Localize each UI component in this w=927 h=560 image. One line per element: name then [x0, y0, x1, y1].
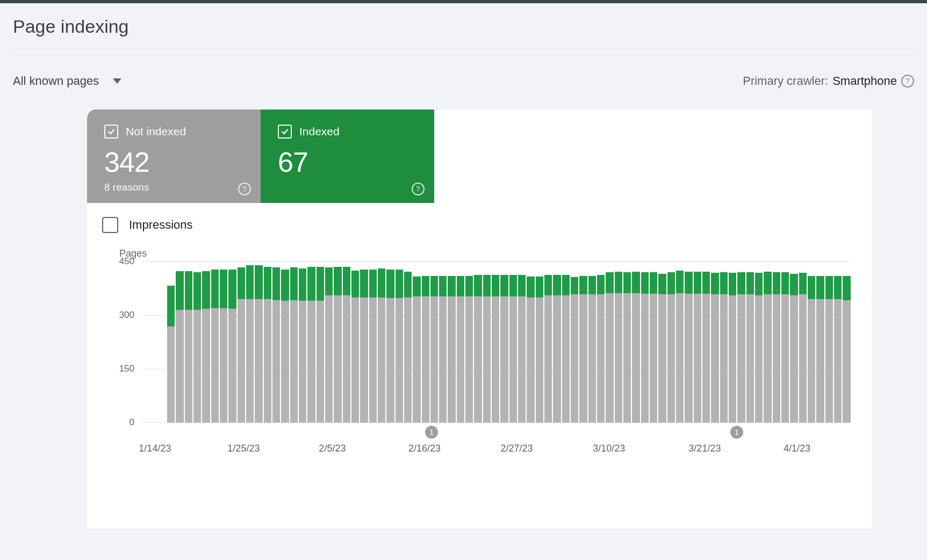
- checkbox-checked-icon[interactable]: [104, 125, 118, 139]
- bar[interactable]: [825, 276, 833, 423]
- bar-segment-indexed: [396, 270, 403, 298]
- bar[interactable]: [474, 275, 482, 423]
- bar[interactable]: [360, 270, 368, 423]
- bar[interactable]: [755, 273, 763, 423]
- bar[interactable]: [325, 267, 333, 423]
- bar[interactable]: [536, 277, 543, 423]
- bar[interactable]: [834, 276, 842, 423]
- bar-segment-indexed: [474, 275, 482, 296]
- bar[interactable]: [255, 265, 262, 423]
- bar[interactable]: [193, 272, 201, 423]
- tile-not-indexed[interactable]: Not indexed 342 8 reasons ?: [87, 110, 261, 203]
- bar[interactable]: [720, 272, 728, 423]
- bar[interactable]: [396, 270, 403, 423]
- bar[interactable]: [773, 272, 780, 423]
- bar[interactable]: [264, 267, 271, 423]
- bar-segment-not-indexed: [500, 296, 508, 423]
- bar[interactable]: [228, 270, 236, 423]
- bar[interactable]: [386, 270, 394, 423]
- stacked-bar-chart[interactable]: 0150300450: [141, 261, 850, 423]
- bar[interactable]: [527, 277, 534, 423]
- bar[interactable]: [685, 272, 692, 423]
- event-marker[interactable]: 1: [425, 426, 438, 439]
- bar[interactable]: [500, 275, 508, 423]
- checkbox-unchecked-icon[interactable]: [102, 217, 118, 233]
- bar[interactable]: [658, 274, 666, 423]
- bar[interactable]: [509, 275, 517, 423]
- bar[interactable]: [413, 277, 420, 423]
- checkbox-checked-icon[interactable]: [278, 125, 292, 139]
- bar[interactable]: [790, 274, 797, 423]
- bar[interactable]: [317, 267, 324, 423]
- bar[interactable]: [404, 272, 412, 423]
- bar[interactable]: [448, 276, 455, 423]
- bar[interactable]: [518, 275, 526, 423]
- bar[interactable]: [711, 273, 718, 423]
- bar[interactable]: [492, 275, 499, 423]
- bar[interactable]: [334, 267, 341, 423]
- bar[interactable]: [185, 271, 192, 423]
- bar[interactable]: [246, 265, 254, 423]
- bar[interactable]: [597, 275, 605, 423]
- bar[interactable]: [588, 276, 596, 423]
- bar[interactable]: [465, 276, 473, 423]
- bar[interactable]: [808, 276, 815, 423]
- bar[interactable]: [843, 276, 850, 423]
- bar[interactable]: [781, 272, 789, 423]
- bar-segment-not-indexed: [702, 294, 710, 423]
- bar[interactable]: [737, 272, 745, 423]
- bar[interactable]: [378, 268, 385, 423]
- bar[interactable]: [343, 267, 350, 423]
- bar[interactable]: [615, 272, 622, 423]
- bar[interactable]: [457, 276, 464, 423]
- event-marker[interactable]: 1: [730, 426, 743, 439]
- help-icon[interactable]: ?: [412, 183, 425, 195]
- bar[interactable]: [422, 276, 429, 423]
- bar[interactable]: [816, 276, 824, 423]
- bar[interactable]: [211, 270, 219, 423]
- bar[interactable]: [746, 272, 754, 423]
- bar[interactable]: [702, 272, 710, 423]
- bar[interactable]: [307, 267, 315, 423]
- bar[interactable]: [439, 276, 447, 423]
- bar[interactable]: [729, 273, 736, 423]
- bar[interactable]: [272, 267, 280, 423]
- bar[interactable]: [369, 270, 377, 423]
- tile-indexed[interactable]: Indexed 67 ?: [261, 110, 434, 203]
- bar[interactable]: [202, 271, 210, 423]
- bar[interactable]: [632, 272, 639, 423]
- bar[interactable]: [694, 272, 701, 423]
- bar[interactable]: [220, 270, 227, 423]
- bar[interactable]: [571, 277, 578, 423]
- bar-segment-indexed: [422, 276, 429, 297]
- bar[interactable]: [299, 268, 306, 423]
- bar[interactable]: [667, 272, 675, 423]
- bar[interactable]: [799, 273, 807, 423]
- bar[interactable]: [238, 267, 245, 423]
- bar[interactable]: [676, 271, 684, 423]
- bar[interactable]: [483, 275, 491, 423]
- bar[interactable]: [351, 271, 359, 423]
- help-icon[interactable]: ?: [901, 75, 914, 88]
- impressions-label: Impressions: [129, 218, 193, 232]
- bar[interactable]: [430, 276, 438, 423]
- bar[interactable]: [167, 286, 175, 423]
- bar-segment-not-indexed: [448, 296, 455, 423]
- bar-segment-indexed: [527, 277, 534, 297]
- bar[interactable]: [641, 272, 649, 423]
- bar[interactable]: [579, 276, 587, 423]
- bar[interactable]: [176, 271, 183, 423]
- bar[interactable]: [764, 272, 771, 423]
- bar[interactable]: [290, 267, 298, 423]
- bar[interactable]: [553, 275, 560, 423]
- bar[interactable]: [562, 275, 570, 423]
- page-filter-dropdown[interactable]: All known pages: [13, 74, 121, 88]
- impressions-toggle[interactable]: Impressions: [87, 203, 872, 237]
- bar[interactable]: [606, 272, 613, 423]
- bar[interactable]: [623, 272, 631, 423]
- bar-segment-not-indexed: [597, 294, 605, 423]
- bar[interactable]: [544, 275, 552, 423]
- bar[interactable]: [281, 270, 289, 423]
- bar[interactable]: [650, 272, 657, 423]
- help-icon[interactable]: ?: [238, 183, 251, 195]
